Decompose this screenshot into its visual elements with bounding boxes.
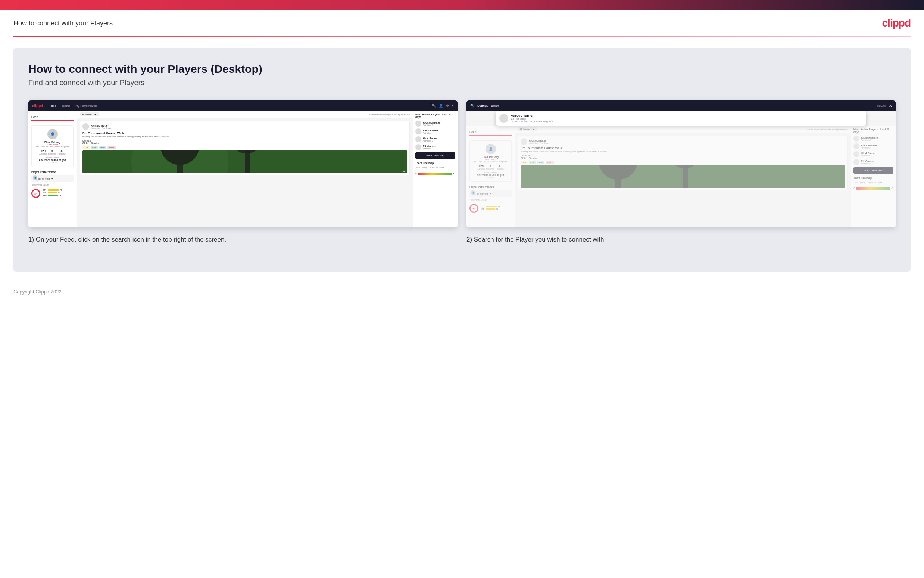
player-perf-label-1: Player Performance [31,170,73,173]
profile-club-2: Mill Ride Golf Club, United Kingdom [474,161,507,163]
player-select-avatar: 👤 [33,175,37,180]
header-divider [13,36,911,37]
stat-num-following: 4 [61,149,62,153]
following-btn-1[interactable]: Following ▼ [80,112,99,117]
caption-2: 2) Search for the Player you wish to con… [466,235,896,245]
svg-rect-4 [245,151,250,173]
profile-club-1: Mill Ride Golf Club, United Kingdom [36,146,69,148]
search-result-item-1[interactable]: Marcus Turner 1.5 Handicap Cypress Point… [499,114,863,123]
feed-tab-1[interactable]: Feed [31,114,73,121]
ott-score: 79 [60,189,62,191]
feed-tab-2: Feed [469,129,511,136]
stat-label-following: Following [58,153,66,155]
screenshot-frame-1: clippd Home Teams My Performance 🔍 👤 ⚙ ● [28,101,458,227]
footer-text: Copyright Clippd 2022 [13,289,61,295]
player-name-1: Richard Butler [423,121,441,124]
dropdown-arrow: ▼ [51,177,53,180]
svg-rect-9 [683,166,688,188]
player-list-item-2: Piers Parnell Activities: 4 [415,128,455,135]
heatmap-subtitle-1: Team Quality - 20 Round Trend [415,167,455,169]
nav-logo-1: clippd [32,104,43,108]
app-score: 70 [58,192,60,194]
app-body-1: Feed 👤 Blair McHarg Golf Coach Mill Ride… [28,111,458,227]
player-acts-2: Activities: 4 [423,132,439,134]
following-bar-1: Following ▼ Control who can see your act… [77,111,413,119]
player-avatar-3 [415,136,421,142]
left-panel-1: Feed 👤 Blair McHarg Golf Coach Mill Ride… [28,111,77,227]
left-panel-2: Feed 👤 Blair McHarg Golf Coach Mill Ride… [466,126,515,227]
settings-icon[interactable]: ⚙ [446,104,449,107]
stat-followers-1: 3 Followers [48,149,56,155]
activity-tags-1: OTT APP ARG PUTT [83,146,407,149]
team-dashboard-btn-2[interactable]: Team Dashboard [853,167,893,174]
page-title: How to connect with your Players [13,19,113,27]
search-close-2[interactable]: ✕ [889,104,892,108]
activity-image-1: ◀ ▶ [83,151,407,173]
player-avatar-2 [415,128,421,135]
caption-1: 1) On your Feed, click on the search ico… [28,235,458,245]
search-result-handicap: 1.5 Handicap [511,118,553,120]
activity-header-1: Richard Butler Yesterday - The Grove [83,123,407,130]
tag-ott: OTT [83,146,89,149]
search-input-2[interactable]: Marcus Turner [477,104,874,107]
search-result-club: Cypress Point Club, United Kingdom [511,120,553,123]
selected-player: Eli Vincent [39,177,50,180]
activity-avatar-1 [83,123,89,130]
avatar-icon[interactable]: ● [452,104,454,107]
player-acts-4: Activities: 1 [423,148,436,150]
score-circle-1: 84 [31,189,40,198]
player-name-3: Hiral Pujara [423,137,437,140]
activity-card-2: Richard Butler Yesterday - The Grove Pre… [518,136,848,190]
player-select-1[interactable]: 👤 Eli Vincent ▼ [31,175,73,182]
app-logo: clippd [882,17,911,29]
top-bar [0,0,924,10]
team-dashboard-btn-1[interactable]: Team Dashboard [415,153,455,159]
user-icon[interactable]: 👤 [439,104,443,107]
main-feed-panel-2: Following ▼ Control who can see your act… [515,126,851,227]
activity-title-1: Pre Tournament Course Walk [83,132,407,135]
stat-label-activities: Activities [39,153,47,155]
player-acts-3: Activities: 3 [423,140,437,142]
search-bar-2: 🔍 Marcus Turner CLEAR ✕ [466,101,896,111]
stat-activities-1: 129 Activities [39,149,47,155]
app-ui-2: 🔍 Marcus Turner CLEAR ✕ Marcus Turner 1.… [466,101,896,227]
search-result-name: Marcus Turner [511,114,553,118]
heatmap-bar-1 [417,172,452,175]
svg-rect-8 [615,180,621,188]
search-icon-2: 🔍 [470,104,474,107]
screenshots-row: clippd Home Teams My Performance 🔍 👤 ⚙ ● [28,101,896,245]
app-nav-1: clippd Home Teams My Performance 🔍 👤 ⚙ ● [28,101,458,111]
stats-row-2: 129 Activities 3 Followers 4 [477,164,503,170]
player-avatar-1 [415,120,421,127]
activity-name-1: Afternoon round of golf [39,159,66,161]
activity-user-info: Richard Butler Yesterday - The Grove [91,124,111,129]
main-subheading: Find and connect with your Players [28,78,896,87]
avatar-1: 👤 [47,129,58,139]
image-overlay: ◀ ▶ [402,170,406,172]
player-avatar-4 [415,144,421,150]
player-perf-section-1: Player Performance 👤 Eli Vincent ▼ Total… [31,170,73,198]
search-icon[interactable]: 🔍 [432,104,436,107]
stat-num-followers: 3 [52,149,53,153]
search-result-dropdown: Marcus Turner 1.5 Handicap Cypress Point… [496,111,866,126]
right-panel-2: Most Active Players - Last 30 days Richa… [851,126,896,227]
svg-rect-3 [176,165,183,173]
control-link-1[interactable]: Control who can see your activity and da… [367,114,410,116]
profile-name-1: Blair McHarg [44,141,60,143]
header: How to connect with your Players clippd [0,10,924,36]
activity-date-1: 27 Jul 2022 [48,161,57,164]
screenshot-frame-2: 🔍 Marcus Turner CLEAR ✕ Marcus Turner 1.… [466,101,896,227]
main-content: How to connect with your Players (Deskto… [13,48,911,272]
screenshot-block-1: clippd Home Teams My Performance 🔍 👤 ⚙ ● [28,101,458,245]
player-acts-1: Activities: 7 [423,124,441,126]
activity-card-1: Richard Butler Yesterday - The Grove Pre… [80,120,410,175]
stat-label-followers: Followers [48,153,56,155]
nav-home-1[interactable]: Home [48,104,56,107]
right-panel-1: Most Active Players - Last 30 days Richa… [413,111,458,227]
player-perf-2: Player Performance 👤 Eli Vincent ▼ Total… [469,185,511,213]
nav-myperformance-1[interactable]: My Performance [75,104,97,107]
search-clear-2[interactable]: CLEAR [877,104,886,107]
nav-teams-1[interactable]: Teams [61,104,71,107]
app-ui-1: clippd Home Teams My Performance 🔍 👤 ⚙ ● [28,101,458,227]
avatar-2: 👤 [485,144,496,154]
